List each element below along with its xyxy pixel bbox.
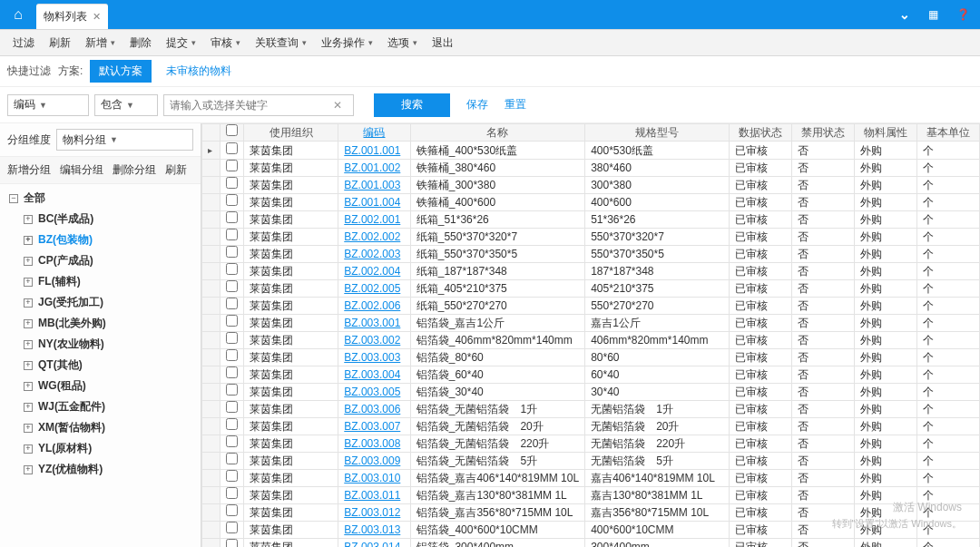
code-link[interactable]: BZ.003.008 [344,437,400,450]
row-checkbox-cell[interactable] [220,522,243,539]
row-checkbox[interactable] [226,315,238,327]
expand-icon[interactable]: + [24,298,33,308]
code-link[interactable]: BZ.003.002 [344,334,400,347]
code-link[interactable]: BZ.003.013 [344,523,400,536]
table-row[interactable]: 莱茵集团BZ.002.004纸箱_187*187*348187*187*348已… [202,263,980,280]
group-edit[interactable]: 编辑分组 [60,162,103,178]
row-checkbox-cell[interactable] [220,298,243,315]
expand-icon[interactable]: + [24,424,33,433]
row-checkbox[interactable] [226,160,238,171]
col-org[interactable]: 使用组织 [243,124,338,142]
table-row[interactable]: 莱茵集团BZ.001.001铁箍桶_400*530纸盖400*530纸盖已审核否… [202,142,980,160]
expand-icon[interactable]: + [24,465,33,474]
search-button[interactable]: 搜索 [374,93,450,117]
row-checkbox[interactable] [226,211,238,223]
col-spec[interactable]: 规格型号 [585,124,730,142]
operator-select[interactable]: 包含▼ [94,94,158,116]
row-checkbox-cell[interactable] [220,315,243,332]
row-checkbox[interactable] [226,142,238,154]
tree-node[interactable]: +JG(受托加工) [0,292,201,313]
tb-add[interactable]: 新增 [80,32,121,54]
field-select[interactable]: 编码▼ [7,94,89,116]
home-tab[interactable] [0,0,36,29]
code-link[interactable]: BZ.003.011 [344,489,400,502]
row-checkbox-cell[interactable] [220,194,243,211]
code-link[interactable]: BZ.003.009 [344,454,400,467]
table-row[interactable]: 莱茵集团BZ.003.005铝箔袋_30*4030*40已审核否外购个 [202,384,980,401]
table-row[interactable]: 莱茵集团BZ.003.012铝箔袋_嘉吉356*80*715MM 10L嘉吉35… [202,504,980,522]
col-code[interactable]: 编码 [338,124,410,142]
tree-node[interactable]: +FL(辅料) [0,271,201,292]
table-row[interactable]: 莱茵集团BZ.002.001纸箱_51*36*2651*36*26已审核否外购个 [202,211,980,229]
row-checkbox[interactable] [226,194,238,206]
row-checkbox-cell[interactable] [220,384,243,401]
table-row[interactable]: 莱茵集团BZ.003.013铝箔袋_400*600*10CMM400*600*1… [202,522,980,539]
row-checkbox[interactable] [226,366,238,378]
save-link[interactable]: 保存 [466,97,488,112]
row-checkbox-cell[interactable] [220,142,243,160]
table-row[interactable]: 莱茵集团BZ.003.007铝箔袋_无菌铝箔袋 20升无菌铝箔袋 20升已审核否… [202,418,980,435]
expand-icon[interactable]: + [24,403,33,412]
expand-icon[interactable]: + [24,319,33,328]
expand-icon[interactable]: + [24,257,33,266]
tb-biz[interactable]: 业务操作 [316,32,378,54]
row-checkbox[interactable] [226,418,238,430]
row-checkbox-cell[interactable] [220,453,243,470]
table-row[interactable]: 莱茵集团BZ.003.009铝箔袋_无菌铝箔袋 5升无菌铝箔袋 5升已审核否外购… [202,453,980,470]
row-checkbox[interactable] [226,332,238,344]
row-checkbox-cell[interactable] [220,160,243,177]
tb-option[interactable]: 选项 [382,32,423,54]
code-link[interactable]: BZ.003.003 [344,351,400,364]
row-checkbox[interactable] [226,453,238,464]
row-checkbox-cell[interactable] [220,366,243,384]
row-checkbox-cell[interactable] [220,487,243,504]
row-checkbox-cell[interactable] [220,229,243,246]
code-link[interactable]: BZ.003.012 [344,506,400,519]
table-row[interactable]: 莱茵集团BZ.003.004铝箔袋_60*4060*40已审核否外购个 [202,366,980,384]
table-row[interactable]: 莱茵集团BZ.003.001铝箔袋_嘉吉1公斤嘉吉1公斤已审核否外购个 [202,315,980,332]
code-link[interactable]: BZ.002.005 [344,282,400,295]
row-checkbox[interactable] [226,401,238,413]
scheme-unaudited-link[interactable]: 未审核的物料 [159,60,239,83]
code-link[interactable]: BZ.001.004 [344,196,400,209]
row-checkbox[interactable] [226,280,238,292]
row-checkbox-cell[interactable] [220,418,243,435]
group-add[interactable]: 新增分组 [7,162,51,178]
expand-icon[interactable] [895,5,915,24]
row-checkbox[interactable] [226,522,238,533]
row-checkbox[interactable] [226,229,238,240]
expand-icon[interactable]: + [24,340,33,349]
table-row[interactable]: 莱茵集团BZ.001.003铁箍桶_300*380300*380已审核否外购个 [202,177,980,194]
row-checkbox-cell[interactable] [220,263,243,280]
table-row[interactable]: 莱茵集团BZ.003.008铝箔袋_无菌铝箔袋 220升无菌铝箔袋 220升已审… [202,435,980,453]
tree-node[interactable]: +NY(农业物料) [0,334,201,355]
row-checkbox[interactable] [226,487,238,499]
reset-link[interactable]: 重置 [505,97,526,112]
code-link[interactable]: BZ.003.001 [344,317,400,329]
row-checkbox[interactable] [226,298,238,309]
keyword-input[interactable] [164,95,328,115]
table-row[interactable]: 莱茵集团BZ.003.011铝箔袋_嘉吉130*80*381MM 1L嘉吉130… [202,487,980,504]
table-row[interactable]: 莱茵集团BZ.003.014铝箔袋_300*400mm300*400mm已审核否… [202,539,980,548]
row-checkbox-cell[interactable] [220,401,243,418]
tb-refresh[interactable]: 刷新 [44,32,76,54]
collapse-icon[interactable]: − [9,194,18,203]
tb-submit[interactable]: 提交 [161,32,201,54]
expand-icon[interactable]: + [24,278,33,287]
tree-node[interactable]: +MB(北美外购) [0,313,201,334]
col-baseunit[interactable]: 基本单位 [916,124,979,142]
table-row[interactable]: 莱茵集团BZ.003.010铝箔袋_嘉吉406*140*819MM 10L嘉吉4… [202,470,980,487]
row-checkbox[interactable] [226,349,238,361]
group-del[interactable]: 删除分组 [113,162,156,178]
tb-related[interactable]: 关联查询 [250,32,312,54]
table-row[interactable]: 莱茵集团BZ.001.004铁箍桶_400*600400*600已审核否外购个 [202,194,980,211]
tree-node[interactable]: +XM(暂估物料) [0,417,201,438]
row-checkbox[interactable] [226,384,238,396]
tree-node[interactable]: +BZ(包装物) [0,230,201,250]
tree-node[interactable]: +BC(半成品) [0,209,201,230]
table-row[interactable]: 莱茵集团BZ.002.002纸箱_550*370*320*7550*370*32… [202,229,980,246]
clear-icon[interactable]: ✕ [328,99,348,112]
group-refresh[interactable]: 刷新 [165,162,187,178]
code-link[interactable]: BZ.001.003 [344,179,400,191]
table-row[interactable]: 莱茵集团BZ.003.002铝箔袋_406mm*820mm*140mm406mm… [202,332,980,349]
